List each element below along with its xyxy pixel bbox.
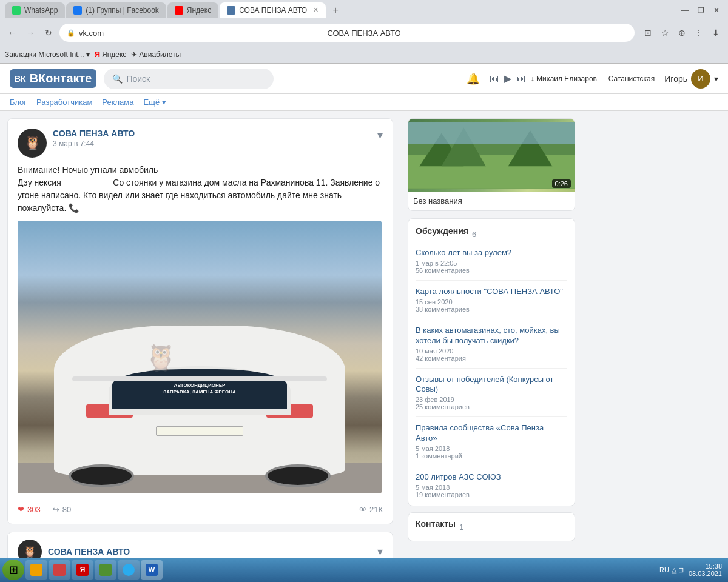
bookmark-yandex[interactable]: Я Яндекс [95, 50, 127, 59]
utorrent-icon [99, 564, 112, 576]
share-button-1[interactable]: ↪ 80 [53, 505, 71, 514]
views-icon: 👁 [359, 505, 367, 514]
like-count-1: 303 [27, 505, 41, 514]
bookmark-microsoft-label: Закладки Microsoft Int... [5, 50, 84, 59]
taskbar-clock[interactable]: 15:38 08.03.2021 [685, 563, 726, 577]
owl-watermark: 🦉 [145, 343, 177, 372]
video-thumb: 0:26 [408, 119, 575, 192]
discussion-title-5: 200 литров АЗС СОЮЗ [416, 472, 567, 483]
bookmark-microsoft-arrow: ▾ [86, 50, 90, 59]
minimize-button[interactable]: — [678, 4, 692, 17]
post-image-1[interactable]: АВТОКОНДИЦИОНЕРЗАПРАВКА, ЗАМЕНА ФРЕОНА 🦉 [18, 221, 382, 493]
back-button[interactable]: ← [5, 25, 19, 40]
discussion-title-0: Сколько лет вы за рулем? [416, 248, 567, 258]
cast-button[interactable]: ⊡ [641, 25, 655, 40]
tab-vk-close[interactable]: ✕ [313, 6, 318, 14]
post-menu-2[interactable]: ▾ [377, 545, 383, 558]
discussions-count: 6 [472, 230, 476, 239]
tab-facebook[interactable]: (1) Группы | Facebook [66, 2, 166, 18]
vk-icon: ВК [15, 74, 26, 84]
tab-whatsapp[interactable]: WhatsApp [5, 2, 65, 18]
car-wheel-right [265, 464, 331, 487]
next-button[interactable]: ⏭ [516, 73, 526, 84]
title-bar: WhatsApp (1) Группы | Facebook Яндекс СО… [0, 0, 728, 20]
discussion-title-3: Отзывы от победителей (Конкурсы от Совы) [416, 375, 567, 395]
contacts-title: Контакты [416, 519, 456, 529]
clock-date: 08.03.2021 [689, 570, 722, 577]
discussion-item-5[interactable]: 200 литров АЗС СОЮЗ 5 мая 2018 19 коммен… [416, 472, 567, 498]
language-indicator[interactable]: RU [659, 566, 669, 574]
tab-vk[interactable]: СОВА ПЕНЗА АВТО ✕ [220, 2, 326, 18]
close-button[interactable]: ✕ [710, 4, 723, 17]
discussion-item-2[interactable]: В каких автомагазинах, сто, мойках, вы х… [416, 326, 567, 369]
subnav-ads[interactable]: Реклама [102, 98, 133, 107]
bookmark-yandex-label: Яндекс [102, 50, 126, 59]
discussion-item-0[interactable]: Сколько лет вы за рулем? 1 мар в 22:05 5… [416, 248, 567, 281]
post-header-1: 🦉 СОВА ПЕНЗА АВТО 3 мар в 7:44 ▾ [18, 129, 383, 158]
tab-facebook-label: (1) Группы | Facebook [86, 6, 158, 15]
prev-button[interactable]: ⏮ [490, 73, 499, 84]
video-duration: 0:26 [552, 179, 571, 188]
discussion-meta-2: 10 мая 2020 42 комментария [416, 347, 567, 362]
owl-avatar-icon: 🦉 [24, 135, 41, 151]
vk-favicon [227, 6, 235, 15]
vk-header: ВК ВКонтакте 🔍 Поиск 🔔 ⏮ ▶ ⏭ ↓ Михаил Ел… [0, 64, 728, 94]
bookmark-flights-label: Авиабилеты [139, 50, 181, 59]
taskbar-yandex[interactable]: Я [72, 560, 93, 580]
menu-button[interactable]: ⋮ [692, 25, 706, 40]
bookmark-button[interactable]: ☆ [658, 25, 672, 40]
maximize-button[interactable]: ❐ [694, 4, 707, 17]
post-menu-1[interactable]: ▾ [377, 129, 383, 142]
vk-user[interactable]: Игорь И ▾ [664, 69, 718, 89]
extensions-button[interactable]: ⊕ [675, 25, 689, 40]
post-avatar-1[interactable]: 🦉 [18, 129, 47, 158]
play-button[interactable]: ▶ [504, 73, 511, 84]
discussion-item-4[interactable]: Правила сообщества «Сова Пенза Авто» 5 м… [416, 423, 567, 466]
post-date-1: 3 мар в 7:44 [53, 139, 371, 148]
car-spoiler [72, 376, 327, 381]
bookmark-flights[interactable]: ✈ Авиабилеты [131, 50, 181, 59]
post-meta-2: СОВА ПЕНЗА АВТО [48, 547, 371, 557]
subnav-more[interactable]: Ещё ▾ [144, 98, 166, 107]
discussion-item-3[interactable]: Отзывы от победителей (Конкурсы от Совы)… [416, 375, 567, 418]
taskbar-word[interactable]: W [141, 560, 163, 580]
discussion-item-1[interactable]: Карта лояльности "СОВА ПЕНЗА АВТО" 15 се… [416, 287, 567, 319]
vk-logo[interactable]: ВК ВКонтакте [10, 69, 96, 88]
taskbar-telegram[interactable] [118, 560, 140, 580]
like-button-1[interactable]: ❤ 303 [18, 505, 41, 514]
subnav-developers[interactable]: Разработчикам [36, 98, 92, 107]
tab-yandex[interactable]: Яндекс [167, 2, 218, 18]
sidebar-video-card[interactable]: 0:26 Без названия [408, 118, 575, 211]
reload-button[interactable]: ↻ [41, 25, 56, 40]
tray-icons: △ ⊞ [672, 566, 684, 574]
vk-sidebar: 0:26 Без названия Обсуждения 6 Сколько л… [400, 111, 582, 582]
avatar-initial: И [698, 74, 703, 83]
notification-bell[interactable]: 🔔 [467, 72, 480, 85]
contacts-section: Контакты 1 [408, 512, 575, 541]
vk-search[interactable]: 🔍 Поиск [104, 69, 274, 89]
facebook-favicon [73, 6, 82, 15]
new-tab-button[interactable]: + [327, 2, 344, 18]
video-title: Без названия [408, 192, 575, 210]
download-button[interactable]: ⬇ [709, 25, 723, 40]
tab-yandex-label: Яндекс [187, 6, 211, 15]
taskbar-utorrent[interactable] [95, 560, 116, 580]
yandex-icon: Я [95, 50, 100, 59]
vk-header-actions: 🔔 ⏮ ▶ ⏭ ↓ Михаил Елизаров — Сатанистская… [467, 69, 718, 89]
svg-rect-5 [408, 122, 575, 144]
post-text-1: Внимание! Ночью угнали авмобиль Дэу некс… [18, 164, 383, 215]
vk-username: Игорь [664, 74, 687, 84]
taskbar-files[interactable] [25, 560, 47, 580]
subnav-blog[interactable]: Блог [10, 98, 27, 107]
sidebar-discussions: Обсуждения 6 Сколько лет вы за рулем? 1 … [408, 218, 575, 506]
bookmark-microsoft[interactable]: Закладки Microsoft Int... ▾ [5, 50, 90, 59]
forward-button[interactable]: → [23, 25, 38, 40]
owl-icon-2: 🦉 [23, 545, 36, 558]
post-author-1[interactable]: СОВА ПЕНЗА АВТО [53, 129, 371, 138]
start-button[interactable]: ⊞ [2, 560, 24, 580]
taskbar-browser[interactable] [49, 560, 70, 580]
post-author-2[interactable]: СОВА ПЕНЗА АВТО [48, 547, 371, 557]
windows-icon: ⊞ [9, 563, 18, 577]
tab-whatsapp-label: WhatsApp [24, 6, 58, 15]
lock-icon: 🔒 [67, 29, 75, 37]
